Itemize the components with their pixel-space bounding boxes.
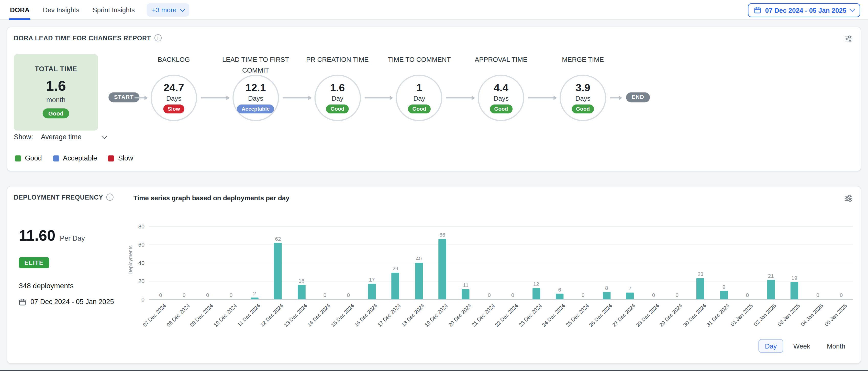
x-axis-label: 20 Dec 2024 [447, 303, 472, 328]
lead-time-card: DORA LEAD TIME FOR CHANGES REPORT TOTAL … [7, 27, 861, 171]
stage-unit: Days [166, 95, 181, 102]
granularity-month[interactable]: Month [820, 339, 852, 353]
x-axis-label: 26 Dec 2024 [588, 303, 613, 328]
y-tick-label: 80 [129, 223, 145, 230]
bar-value-label: 0 [666, 292, 688, 298]
granularity-day[interactable]: Day [758, 339, 783, 353]
legend-label: Good [25, 154, 42, 162]
show-dropdown[interactable]: Average time [41, 133, 106, 141]
date-range-picker[interactable]: 07 Dec 2024 - 05 Jan 2025 [748, 3, 860, 17]
x-axis-label: 02 Jan 2025 [753, 303, 777, 327]
deployment-bar [696, 278, 704, 299]
bar-value-label: 0 [220, 292, 242, 298]
bar-value-label: 0 [830, 292, 852, 298]
chart-title: Time series graph based on deployments p… [133, 194, 289, 202]
x-axis-label: 04 Jan 2025 [800, 303, 824, 327]
bar-value-label: 21 [760, 273, 782, 279]
bar-value-label: 17 [361, 276, 383, 282]
x-axis-label: 18 Dec 2024 [400, 303, 425, 328]
deployment-bar [368, 283, 376, 299]
more-tabs-button[interactable]: +3 more [147, 3, 189, 16]
stage-unit: Days [576, 95, 590, 102]
elite-badge: ELITE [19, 257, 49, 268]
settings-sliders-icon[interactable] [843, 193, 853, 203]
granularity-week[interactable]: Week [787, 339, 817, 353]
lead-time-flow: STARTENDBACKLOG24.7DaysSlowLEAD TIME TO … [7, 27, 861, 171]
bar-value-label: 6 [549, 286, 571, 293]
bar-value-label: 0 [807, 292, 829, 298]
stage-value: 1.6 [330, 82, 345, 94]
stage-name-lead-time-to-first-commit: LEAD TIME TO FIRST COMMIT [214, 55, 297, 75]
gridline [149, 281, 853, 281]
legend-label: Acceptable [63, 154, 97, 162]
legend-swatch [108, 155, 114, 161]
gridline [149, 244, 853, 245]
tab-bar: DORADev InsightsSprint Insights +3 more [10, 0, 189, 20]
bar-value-label: 66 [431, 232, 454, 238]
deployment-chart: 0204060800000262160017294066110012608700… [149, 223, 853, 342]
gridline [149, 299, 853, 300]
bar-value-label: 19 [783, 275, 806, 281]
gridline [149, 263, 853, 263]
stage-circle-pr-creation-time: 1.6DayGood [314, 75, 361, 121]
flow-arrow-icon [446, 97, 474, 98]
stage-unit: Days [494, 95, 509, 102]
bar-value-label: 12 [525, 281, 547, 287]
top-bar: DORADev InsightsSprint Insights +3 more … [0, 0, 868, 20]
flow-arrow-icon [134, 97, 147, 98]
bar-value-label: 23 [689, 271, 712, 277]
x-axis-label: 30 Dec 2024 [682, 303, 707, 328]
flow-arrow-icon [201, 97, 229, 98]
bar-value-label: 62 [267, 235, 289, 241]
tab-dev-insights[interactable]: Dev Insights [43, 0, 79, 20]
chart-plot-area: 0204060800000262160017294066110012608700… [149, 226, 853, 299]
x-axis-label: 28 Dec 2024 [635, 303, 660, 328]
show-label: Show: [14, 133, 33, 141]
bar-value-label: 2 [244, 290, 266, 296]
deployment-bar [392, 273, 399, 299]
bar-value-label: 0 [150, 292, 172, 298]
info-icon[interactable] [106, 194, 114, 201]
deployment-bar [438, 239, 446, 299]
deployment-bar [556, 294, 563, 299]
deployment-frequency-card: DEPLOYMENT FREQUENCY Time series graph b… [7, 186, 861, 364]
legend-swatch [15, 155, 21, 161]
more-tabs-label: +3 more [152, 6, 177, 14]
y-tick-label: 40 [129, 260, 145, 266]
x-axis-label: 03 Jan 2025 [776, 303, 801, 327]
deployment-bar [720, 291, 728, 299]
bar-value-label: 0 [337, 292, 360, 298]
deployment-bar [790, 282, 798, 299]
stage-circle-approval-time: 4.4DaysGood [478, 75, 524, 121]
bar-value-label: 0 [173, 292, 195, 298]
stage-value: 1 [416, 82, 422, 94]
x-axis-label: 08 Dec 2024 [165, 303, 190, 328]
y-tick-label: 0 [129, 296, 145, 303]
deployment-bar [251, 297, 258, 299]
tab-sprint-insights[interactable]: Sprint Insights [93, 0, 135, 20]
chevron-down-icon [180, 6, 185, 11]
stage-unit: Day [332, 95, 343, 102]
deployment-rate-value: 11.60 [19, 227, 56, 244]
stage-value: 3.9 [576, 82, 590, 94]
x-axis-label: 22 Dec 2024 [494, 303, 519, 328]
stage-circle-backlog: 24.7DaysSlow [151, 75, 197, 121]
gridline [149, 226, 853, 227]
stage-unit: Day [413, 95, 425, 102]
deployment-card-title: DEPLOYMENT FREQUENCY [14, 194, 114, 201]
stage-status-badge: Slow [163, 104, 184, 113]
y-tick-label: 20 [129, 278, 145, 284]
bar-value-label: 0 [736, 292, 758, 298]
x-axis-label: 14 Dec 2024 [306, 303, 332, 328]
x-axis-label: 01 Jan 2025 [729, 303, 754, 327]
flow-arrow-icon [610, 97, 621, 98]
deployments-total: 348 deployments [19, 281, 74, 290]
legend-item-good: Good [15, 154, 42, 162]
flow-arrow-icon [365, 97, 392, 98]
tab-dora[interactable]: DORA [10, 0, 30, 20]
stage-status-badge: Good [571, 104, 594, 113]
chart-x-labels: 07 Dec 202408 Dec 202409 Dec 202410 Dec … [149, 303, 853, 341]
deployment-bar [462, 289, 469, 299]
stage-name-pr-creation-time: PR CREATION TIME [296, 55, 379, 65]
deployment-date-range: 07 Dec 2024 - 05 Jan 2025 [19, 298, 114, 306]
